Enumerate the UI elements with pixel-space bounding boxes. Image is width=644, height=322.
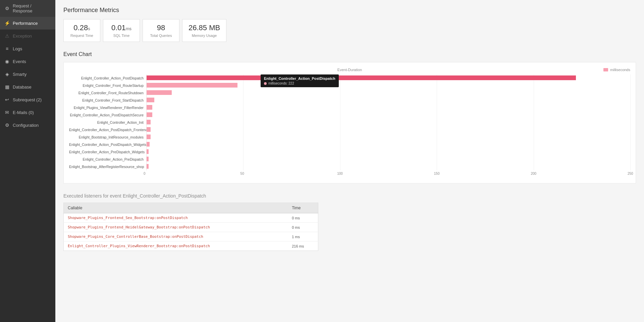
chart-grid [147, 148, 630, 156]
sidebar-item-performance[interactable]: ⚡ Performance [0, 17, 55, 30]
listener-row: Enlight_Controller_Plugins_ViewRenderer_… [64, 241, 318, 251]
listeners-event-name: Enlight_Controller_Action_PostDispatch [123, 193, 206, 199]
sidebar-label-performance: Performance [13, 21, 38, 26]
sidebar-item-database[interactable]: ▦ Database [0, 80, 55, 93]
listeners-title-static: Executed listeners for event [63, 193, 121, 199]
grid-line [340, 141, 340, 148]
grid-line [630, 97, 631, 104]
chart-grid [147, 156, 630, 163]
sidebar-icon-database: ▦ [4, 84, 10, 90]
chart-row: Enlight_Bootstrap_InitResource_modules [69, 133, 630, 141]
sidebar-item-emails[interactable]: ✉ E-Mails (0) [0, 106, 55, 119]
grid-line [630, 82, 631, 89]
metric-value-request-time: 0.28s [70, 23, 94, 32]
chart-row-label: Enlight_Controller_Action_Init [69, 120, 146, 124]
chart-bar [147, 120, 151, 124]
chart-row-label: Enlight_Controller_Action_PostDispatchSe… [69, 113, 146, 117]
grid-line [243, 133, 244, 141]
grid-line [340, 126, 340, 133]
chart-grid [147, 126, 630, 133]
grid-line [534, 163, 534, 170]
x-tick: 50 [240, 172, 244, 175]
chart-row-bar-area [146, 163, 630, 170]
chart-row-bar-area [146, 119, 630, 126]
sidebar-label-request-response: Request / Response [13, 3, 51, 13]
metric-label-request-time: Request Time [70, 34, 94, 38]
grid-line [340, 111, 340, 119]
chart-row: Enlight_Plugins_ViewRenderer_FilterRende… [69, 104, 630, 111]
listener-time: 216 ms [288, 241, 318, 251]
grid-line [340, 104, 340, 111]
chart-row-label: Enlight_Controller_Action_PostDispatch [69, 76, 146, 80]
grid-line [243, 104, 244, 111]
chart-row-label: Enlight_Plugins_ViewRenderer_FilterRende… [69, 106, 146, 110]
listener-time: 0 ms [288, 223, 318, 232]
listener-callable: Enlight_Controller_Plugins_ViewRenderer_… [64, 241, 288, 251]
grid-line [437, 89, 437, 97]
metric-label-sql-time: SQL Time [109, 34, 133, 38]
listener-callable: Shopware_Plugins_Frontend_HeidelGateway_… [64, 223, 288, 232]
grid-line [243, 126, 244, 133]
grid-line [630, 133, 631, 141]
x-tick: 250 [628, 172, 633, 175]
sidebar-item-subrequest[interactable]: ↩ Subrequest (2) [0, 93, 55, 106]
chart-bar [147, 157, 149, 161]
chart-row-label: Enlight_Controller_Front_RouteStartup [69, 84, 146, 88]
sidebar-label-configuration: Configuration [13, 123, 39, 128]
sidebar-label-exception: Exception [13, 34, 32, 39]
listener-row: Shopware_Plugins_Frontend_HeidelGateway_… [64, 223, 318, 232]
chart-bar [147, 83, 237, 88]
sidebar-item-configuration[interactable]: ⚙ Configuration [0, 119, 55, 131]
grid-line [437, 156, 437, 163]
metric-card-total-queries: 98 Total Queries [143, 19, 179, 42]
metric-label-total-queries: Total Queries [149, 34, 173, 38]
chart-row: Enlight_Controller_Action_PostDispatchSe… [69, 111, 630, 119]
tooltip-title: Enlight_Controller_Action_PostDispatch [264, 76, 335, 80]
chart-bar [147, 135, 151, 139]
sidebar-item-logs[interactable]: ≡ Logs [0, 42, 55, 55]
tooltip-value: milliseconds: 222 [268, 82, 294, 85]
sidebar-icon-emails: ✉ [4, 109, 10, 115]
tooltip-item: milliseconds: 222 [264, 82, 335, 85]
chart-row-label: Enlight_Bootstrap_AfterRegisterResource_… [69, 165, 146, 169]
x-tick: 100 [337, 172, 343, 175]
chart-body: Enlight_Controller_Action_PostDispatch E… [69, 74, 630, 170]
listeners-table-header: Callable Time [64, 203, 318, 213]
chart-bar [147, 142, 150, 147]
grid-line [437, 97, 437, 104]
grid-line [340, 89, 340, 97]
listener-row: Shopware_Plugins_Core_ControllerBase_Boo… [64, 232, 318, 241]
metric-unit-sql-time: ms [126, 26, 131, 31]
chart-grid [147, 133, 630, 141]
legend-dot [603, 68, 608, 71]
sidebar-label-logs: Logs [13, 46, 22, 51]
sidebar-item-smarty[interactable]: ◈ Smarty [0, 68, 55, 80]
grid-line [534, 141, 534, 148]
chart-section-title: Event Chart [63, 51, 636, 57]
sidebar-item-request-response[interactable]: ⚙ Request / Response [0, 0, 55, 17]
grid-line [243, 141, 244, 148]
grid-line [437, 141, 437, 148]
grid-line [340, 163, 340, 170]
sidebar-icon-events: ◉ [4, 58, 10, 64]
grid-line [243, 156, 244, 163]
event-chart: milliseconds Event-Duration Enlight_Cont… [63, 62, 636, 183]
chart-grid [147, 97, 630, 104]
grid-line [630, 163, 631, 170]
sidebar-item-events[interactable]: ◉ Events [0, 55, 55, 68]
metric-card-request-time: 0.28s Request Time [63, 19, 100, 42]
chart-row-bar-area [146, 148, 630, 156]
chart-grid [147, 104, 630, 111]
chart-bar [147, 112, 152, 117]
grid-line [243, 82, 244, 89]
grid-line [534, 89, 534, 97]
chart-row-bar-area [146, 126, 630, 133]
grid-line [630, 141, 631, 148]
listener-row: Shopware_Plugins_Frontend_Seo_Bootstrap:… [64, 213, 318, 223]
chart-bar [147, 98, 154, 102]
tooltip-dot [264, 82, 267, 85]
legend-label: milliseconds [610, 68, 630, 72]
grid-line [437, 126, 437, 133]
sidebar-label-emails: E-Mails (0) [13, 110, 34, 115]
grid-line [437, 119, 437, 126]
